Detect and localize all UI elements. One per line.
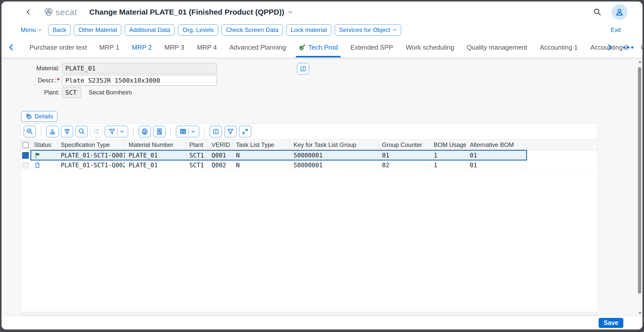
tab-mrp-1[interactable]: MRP 1 (93, 37, 126, 57)
sort-ascending-icon (49, 128, 56, 135)
task-list-type-cell: N (232, 160, 290, 170)
footer-bar: Save (2, 316, 642, 329)
material-field[interactable] (62, 63, 217, 74)
document-search-icon (156, 128, 163, 135)
column-header-task-list-type[interactable]: Task List Type (232, 140, 290, 150)
exit-button[interactable]: Exit (611, 26, 621, 34)
select-all-cell[interactable] (21, 140, 31, 150)
scroll-up-arrow[interactable] (638, 60, 642, 63)
plant-description: Secat Bornheim (89, 89, 132, 96)
key-for-task-list-group-cell: 50000001 (290, 150, 378, 160)
table-row[interactable]: PLATE_01-SCT1-Q001 PLATE_01 SCT1 Q001 N … (21, 150, 598, 160)
toolbar-separator (204, 126, 205, 137)
tab-advanced-planning[interactable]: Advanced Planning (223, 37, 292, 57)
tab-tech-prod[interactable]: Tech.Prod (292, 37, 344, 57)
filter-button[interactable] (224, 126, 237, 137)
logo-text: secat (55, 7, 77, 17)
row-selected-checkbox[interactable] (22, 152, 29, 159)
material-info-button[interactable] (297, 63, 309, 75)
details-button[interactable]: ⚙⚙ Details (21, 111, 57, 122)
required-marker: * (57, 77, 60, 84)
column-header-alternative-bom[interactable]: Alternative BOM (466, 140, 526, 150)
scroll-down-arrow[interactable] (638, 312, 642, 314)
find-button[interactable] (76, 126, 88, 137)
select-all-checkbox[interactable] (22, 142, 29, 148)
services-for-object-button[interactable]: Services for Object (335, 24, 401, 36)
column-header-plant[interactable]: Plant (186, 140, 208, 150)
sort-descending-button[interactable] (61, 126, 73, 137)
chevron-down-icon (38, 28, 42, 32)
maximize-button[interactable] (239, 126, 251, 137)
column-header-verid[interactable]: VERID (208, 140, 232, 150)
alternative-bom-cell: 01 (466, 150, 526, 160)
table-bottom-scroll-area[interactable] (21, 312, 598, 315)
set-filter-menu-button[interactable] (105, 126, 128, 137)
find-next-button[interactable] (90, 126, 102, 137)
info-button[interactable] (210, 126, 222, 137)
row-selector-cell[interactable] (21, 160, 31, 170)
status-cell (31, 160, 57, 170)
tab-work-scheduling[interactable]: Work scheduling (399, 37, 460, 57)
filter-funnel-icon (108, 128, 116, 135)
tab-mrp-4[interactable]: MRP 4 (191, 37, 223, 57)
tabs-scroll-right-button[interactable] (604, 44, 615, 51)
sort-descending-icon (63, 128, 71, 135)
additional-data-button[interactable]: Additional Data (125, 24, 175, 36)
description-field[interactable] (62, 75, 217, 86)
info-icon (212, 128, 219, 135)
plant-cell: SCT1 (186, 150, 208, 160)
tab-mrp-2[interactable]: MRP 2 (126, 37, 158, 57)
print-button[interactable] (139, 126, 151, 137)
released-flag-icon (34, 152, 41, 159)
scrollbar-thumb[interactable] (638, 67, 641, 294)
back-button[interactable]: Back (48, 24, 71, 36)
show-details-button[interactable] (24, 126, 36, 137)
lock-material-button[interactable]: Lock material (286, 24, 331, 36)
table-toolbar (21, 124, 598, 139)
tab-quality-management[interactable]: Quality management (460, 37, 534, 57)
other-material-button[interactable]: Other Material (74, 24, 121, 36)
person-icon (615, 7, 624, 17)
check-screen-data-button[interactable]: Check Screen Data (221, 24, 283, 36)
alternative-bom-cell: 01 (466, 160, 526, 170)
view-switch-menu-button[interactable] (176, 126, 199, 137)
key-for-task-list-group-cell: 50000001 (290, 160, 378, 170)
vertical-scrollbar[interactable] (637, 59, 642, 315)
material-number-cell: PLATE_01 (125, 160, 186, 170)
chevron-down-icon (190, 129, 196, 134)
row-selector-cell[interactable] (21, 150, 31, 160)
plant-field[interactable] (62, 87, 81, 98)
bom-usage-cell: 1 (430, 150, 466, 160)
tab-extended-spp[interactable]: Extended SPP (344, 37, 399, 57)
back-navigation-button[interactable] (25, 8, 32, 16)
menu-button[interactable]: Menu (21, 26, 42, 34)
column-header-bom-usage[interactable]: BOM Usage (430, 140, 466, 150)
expand-icon (241, 128, 249, 135)
column-header-filler (526, 140, 598, 150)
column-header-specification-type[interactable]: Specification Type (57, 140, 125, 150)
column-header-group-counter[interactable]: Group Counter (378, 140, 430, 150)
page-title[interactable]: Change Material PLATE_01 (Finished Produ… (89, 8, 293, 16)
chevron-down-icon (119, 129, 125, 134)
search-button[interactable] (593, 8, 602, 16)
tab-purchase-order-text[interactable]: Purchase order text (23, 37, 93, 57)
row-unselected-checkbox[interactable] (22, 162, 29, 169)
table-row[interactable]: PLATE_01-SCT1-Q002 PLATE_01 SCT1 Q002 N … (21, 160, 598, 170)
group-counter-cell: 02 (378, 160, 430, 170)
print-preview-button[interactable] (153, 126, 165, 137)
tab-accounting-1[interactable]: Accounting 1 (534, 37, 584, 57)
column-header-material-number[interactable]: Material Number (125, 140, 186, 150)
tabs-scroll-left-button[interactable] (6, 44, 17, 51)
split-divider (117, 128, 118, 135)
sort-ascending-button[interactable] (46, 126, 58, 137)
user-avatar[interactable] (612, 4, 627, 20)
toolbar-separator (41, 126, 41, 137)
logo-knot-icon (43, 7, 54, 17)
tab-list: Purchase order text MRP 1 MRP 2 MRP 3 MR… (23, 37, 642, 57)
tabs-overflow-button[interactable] (622, 46, 635, 49)
column-header-status[interactable]: Status (31, 140, 57, 150)
column-header-key-for-task-list-group[interactable]: Key for Task List Group (290, 140, 378, 150)
save-button[interactable]: Save (599, 318, 623, 328)
tab-mrp-3[interactable]: MRP 3 (158, 37, 191, 57)
org-levels-button[interactable]: Org. Levels (178, 24, 218, 36)
